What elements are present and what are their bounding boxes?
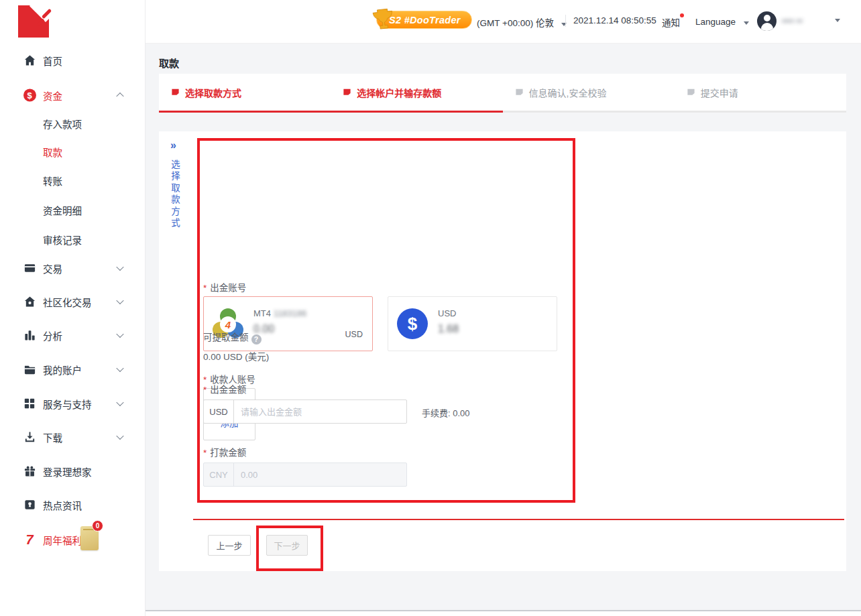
sidebar-item-transfer[interactable]: 转账 (0, 170, 145, 190)
account-title: MT4 1183186 (253, 308, 306, 318)
step-label: 选择取款方式 (185, 86, 241, 99)
sidebar-item-label: 下载 (43, 430, 62, 444)
sidebar-item-hot-news[interactable]: 热点资讯 (0, 495, 145, 515)
help-icon[interactable]: ? (251, 334, 262, 345)
sidebar-item-funds[interactable]: $ 资金 (0, 85, 145, 105)
account-card-usd-wallet[interactable]: $ USD 1.68 (388, 296, 557, 351)
red-divider-line (193, 519, 844, 520)
step-label: 信息确认,安全校验 (529, 86, 607, 99)
collapse-strip-title[interactable]: 选择取款方式 (168, 160, 181, 230)
sidebar-item-label: 取款 (43, 145, 62, 159)
sidebar-item-label: 资金 (43, 88, 62, 103)
user-menu[interactable]: •••• •• (757, 11, 803, 31)
sidebar-item-review-records[interactable]: 审核记录 (0, 229, 145, 249)
payout-account-label: *出金账号 (203, 280, 246, 294)
step-flag-icon (687, 88, 695, 97)
avatar (757, 11, 777, 31)
previous-step-button[interactable]: 上一步 (208, 535, 251, 556)
sidebar-item-label: 存入款项 (43, 117, 82, 131)
home-icon (22, 54, 37, 67)
sidebar-item-anniversary[interactable]: 7 周年福利 0 (0, 528, 145, 551)
step-flag-icon (515, 88, 524, 97)
withdrawable-label-row: 可提取金额? (203, 330, 262, 345)
required-mark: * (203, 283, 207, 293)
chevron-up-icon (116, 93, 123, 100)
sidebar-item-deposit[interactable]: 存入款项 (0, 113, 145, 133)
folder-icon (22, 363, 37, 376)
contest-badge[interactable]: S2 #DooTrader (361, 11, 472, 31)
sidebar-item-label: 首页 (43, 54, 62, 68)
sidebar-item-label: 社区化交易 (43, 295, 92, 309)
account-title: USD (438, 308, 456, 318)
sidebar-item-my-account[interactable]: 我的账户 (0, 359, 145, 379)
topbar: S2 #DooTrader (GMT +00:00) 伦敦 2021.12.14… (146, 0, 861, 44)
notifications-link[interactable]: 通知 (662, 15, 680, 29)
sidebar-item-label: 周年福利 (43, 533, 82, 547)
payment-amount-value: 0.00 (234, 463, 406, 486)
gold-card-icon: 0 (80, 526, 99, 550)
next-step-button[interactable]: 下一步 (266, 535, 308, 556)
gift-icon (22, 465, 37, 478)
chevron-down-icon[interactable] (835, 19, 840, 22)
currency-prefix: USD (204, 400, 234, 423)
chevron-down-icon (116, 399, 123, 406)
sidebar-item-label: 资金明细 (43, 203, 82, 217)
sidebar-item-withdraw[interactable]: 取款 (0, 141, 145, 162)
fee-text: 手续费: 0.00 (422, 406, 470, 419)
divider (565, 15, 566, 27)
step-select-account[interactable]: 选择帐户并输存款额 (331, 74, 502, 113)
sidebar-item-services-support[interactable]: 服务与支持 (0, 393, 145, 414)
doo-prime-logo[interactable] (18, 5, 54, 38)
language-label: Language (695, 17, 736, 27)
sidebar-item-trading[interactable]: 交易 (0, 258, 145, 278)
language-selector[interactable]: Language (695, 15, 749, 27)
chevron-down-icon (116, 263, 123, 271)
step-confirm-info[interactable]: 信息确认,安全校验 (503, 74, 675, 113)
usd-dollar-icon: $ (397, 308, 428, 339)
dollar-icon: $ (22, 89, 37, 102)
step-submit[interactable]: 提交申请 (675, 74, 846, 113)
withdrawable-label: 可提取金额 (203, 332, 249, 343)
sidebar-item-home[interactable]: 首页 (0, 50, 145, 70)
sidebar-item-analysis[interactable]: 分析 (0, 325, 145, 345)
trophy-icon (370, 5, 398, 40)
notification-dot (680, 13, 684, 17)
sidebar: 首页 $ 资金 存入款项 取款 转账 资金明细 审核记录 交易 社区化交 (0, 0, 146, 616)
chevron-down-icon (116, 432, 123, 440)
timezone-selector[interactable]: (GMT +00:00) 伦敦 (477, 15, 567, 29)
username: •••• •• (782, 16, 803, 26)
withdrawal-page: S2 #DooTrader (GMT +00:00) 伦敦 2021.12.14… (0, 0, 861, 616)
chevron-down-icon (561, 23, 567, 26)
footer-strip (146, 611, 861, 616)
label-text: 出金金额 (210, 385, 246, 395)
notifications-label: 通知 (662, 18, 680, 28)
sidebar-item-rewards-login[interactable]: 登录理想家 (0, 461, 145, 481)
sidebar-item-fund-details[interactable]: 资金明细 (0, 200, 145, 220)
sidebar-item-label: 我的账户 (43, 363, 82, 377)
account-balance: 1.68 (438, 323, 459, 335)
sidebar-item-label: 分析 (43, 328, 62, 343)
label-text: 出金账号 (210, 283, 246, 293)
download-icon (22, 431, 37, 444)
withdraw-amount-input[interactable] (234, 400, 406, 423)
bar-chart-icon (22, 329, 37, 342)
currency-prefix: CNY (204, 463, 234, 486)
sidebar-item-label: 审核记录 (43, 233, 82, 247)
grid-icon (22, 397, 37, 410)
step-label: 提交申请 (701, 86, 738, 99)
badge-count: 0 (92, 520, 103, 532)
step-choose-method[interactable]: 选择取款方式 (159, 74, 331, 113)
pin-box-icon (22, 499, 37, 511)
sidebar-item-label: 登录理想家 (43, 465, 92, 479)
trading-card-icon (22, 262, 37, 275)
account-number: 1183186 (274, 308, 307, 318)
collapse-chevrons-icon[interactable]: » (170, 139, 176, 151)
chevron-down-icon (116, 297, 123, 304)
timezone-label: (GMT +00:00) 伦敦 (477, 18, 554, 28)
sidebar-item-label: 热点资讯 (43, 498, 82, 512)
community-home-icon (22, 296, 37, 308)
chevron-down-icon (116, 365, 123, 372)
sidebar-item-download[interactable]: 下载 (0, 427, 145, 447)
withdraw-form-panel: » 选择取款方式 *出金账号 4 MT4 1183186 0.00 USD $ … (159, 131, 846, 571)
sidebar-item-copy-trading[interactable]: 社区化交易 (0, 292, 145, 312)
